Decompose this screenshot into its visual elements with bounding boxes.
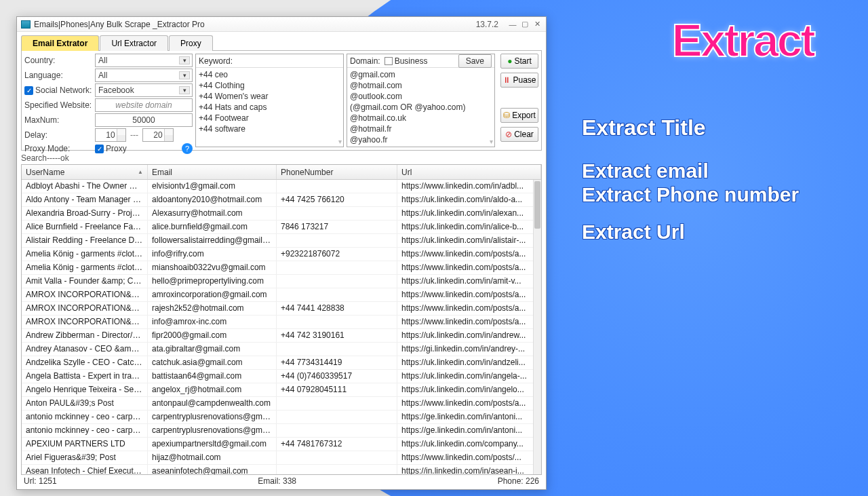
keyword-item[interactable]: +44 software xyxy=(199,123,340,134)
grid-scrollbar[interactable] xyxy=(533,180,541,474)
cell: https://www.linkedin.com/posts/a... xyxy=(397,248,541,261)
clear-icon: ⊘ xyxy=(505,130,512,139)
titlebar[interactable]: Emails|Phones|Any Bulk Scrape _Extractor… xyxy=(17,17,546,32)
table-row[interactable]: Amelia König - garments #clothin...info@… xyxy=(22,248,541,261)
domain-item[interactable]: @hotmail.com xyxy=(350,80,492,91)
action-column: ●Start ⏸Puase ⛁Export ⊘Clear xyxy=(500,54,538,147)
col-username[interactable]: UserName xyxy=(22,165,148,179)
table-row[interactable]: Alexandria Broad-Surry - Project ...Alex… xyxy=(22,207,541,221)
domain-listbox[interactable]: Domain: Business Save @gmail.com@hotmail… xyxy=(347,54,495,147)
cell: APEXIUM PARTNERS LTD xyxy=(22,438,148,451)
cell: Anton PAUL&#39;s Post xyxy=(22,397,148,410)
cell: https://uk.linkedin.com/in/angela-... xyxy=(397,370,541,383)
cell: +44 7441 428838 xyxy=(277,302,397,315)
table-row[interactable]: APEXIUM PARTNERS LTDapexiumpartnersltd@g… xyxy=(22,438,541,451)
table-row[interactable]: Angelo Henrique Teixeira - Senior ...ang… xyxy=(22,383,541,397)
keyword-listbox[interactable]: Keyword: +44 ceo+44 Clothing+44 Women's … xyxy=(195,54,344,147)
maximize-button[interactable]: ▢ xyxy=(520,20,530,29)
play-icon: ● xyxy=(507,56,512,66)
site-input[interactable]: website domain xyxy=(95,98,193,112)
save-button[interactable]: Save xyxy=(458,54,492,68)
social-select[interactable]: Facebook xyxy=(95,83,193,97)
keyword-item[interactable]: +44 ceo xyxy=(199,69,340,80)
table-row[interactable]: Angela Battista - Expert in traditio...b… xyxy=(22,370,541,383)
settings-panel: Country:All Language:All ✓Social Network… xyxy=(21,50,542,151)
table-row[interactable]: Amelia König - garments #clothin...mians… xyxy=(22,261,541,275)
table-row[interactable]: Andzelika Szylle - CEO - CatchAScatchuk.… xyxy=(22,356,541,370)
table-row[interactable]: AMROX INCORPORATION&#39;s...rajesh2k52@h… xyxy=(22,302,541,316)
table-row[interactable]: AMROX INCORPORATION&#39;s...info@amrox-i… xyxy=(22,316,541,329)
results-grid[interactable]: UserName Email PhoneNumber Url Adbloyt A… xyxy=(21,164,542,475)
col-url[interactable]: Url xyxy=(397,165,541,179)
col-email[interactable]: Email xyxy=(148,165,277,179)
export-button[interactable]: ⛁Export xyxy=(500,108,538,123)
pause-button[interactable]: ⏸Puase xyxy=(500,73,538,88)
tab-proxy[interactable]: Proxy xyxy=(169,35,213,51)
domain-item[interactable]: (@gmail.com OR @yahoo.com) xyxy=(350,102,492,113)
app-icon xyxy=(21,20,31,28)
cell: https://www.linkedin.com/posts/... xyxy=(397,451,541,464)
minimize-button[interactable]: — xyxy=(508,20,517,29)
pause-icon: ⏸ xyxy=(502,75,511,85)
table-row[interactable]: antonio mckinney - ceo - carpentr...carp… xyxy=(22,424,541,438)
keyword-item[interactable]: +44 Hats and caps xyxy=(199,102,340,113)
table-row[interactable]: Alistair Redding - Freelance DoP a...fol… xyxy=(22,234,541,248)
keyword-item[interactable]: +44 Clothing xyxy=(199,80,340,91)
keyword-item[interactable]: +44 Footwear xyxy=(199,113,340,123)
delay-sep: --- xyxy=(126,130,142,140)
tab-email-extractor[interactable]: Email Extrator xyxy=(21,35,99,51)
cell: 7846 173217 xyxy=(277,221,397,233)
cell: https://in.linkedin.com/in/asean-i... xyxy=(397,465,541,474)
version-label: 13.7.2 xyxy=(476,20,498,29)
table-row[interactable]: AMROX INCORPORATION&#39;s...amroxincorpo… xyxy=(22,288,541,302)
proxy-chk-label: Proxy xyxy=(106,144,127,153)
cell: angelox_rj@hotmail.com xyxy=(148,383,277,396)
table-row[interactable]: Ariel Figueras&#39; Posthijaz@hotmail.co… xyxy=(22,451,541,465)
table-row[interactable]: Asean Infotech - Chief Executive ...asea… xyxy=(22,465,541,474)
start-button[interactable]: ●Start xyxy=(500,54,538,69)
col-phone[interactable]: PhoneNumber xyxy=(277,165,397,179)
delay-min-spinner[interactable]: 10 xyxy=(95,128,126,142)
language-select[interactable]: All xyxy=(95,69,193,82)
table-row[interactable]: Aldo Antony - Team Manager - Li...aldoan… xyxy=(22,193,541,207)
domain-item[interactable]: @outlook.com xyxy=(350,91,492,102)
delay-max-spinner[interactable]: 20 xyxy=(142,128,174,142)
table-row[interactable]: Adbloyt Abashi - The Owner CEO:...elvisi… xyxy=(22,180,541,193)
site-label: Specified Website: xyxy=(24,100,95,110)
help-icon[interactable]: ? xyxy=(182,143,193,154)
cell: https://www.linkedin.com/posts/a... xyxy=(397,288,541,301)
business-checkbox[interactable] xyxy=(384,57,393,65)
maxnum-input[interactable]: 50000 xyxy=(95,113,193,127)
cell: Adbloyt Abashi - The Owner CEO:... xyxy=(22,180,148,193)
clear-button[interactable]: ⊘Clear xyxy=(500,127,538,142)
social-checkbox[interactable]: ✓ xyxy=(24,86,33,95)
cell: rajesh2k52@hotmail.com xyxy=(148,302,277,315)
cell: Alexasurry@hotmail.com xyxy=(148,207,277,220)
cell: fipr2000@gmail.com xyxy=(148,329,277,342)
table-row[interactable]: Amit Valla - Founder &amp; CEO ...hello@… xyxy=(22,275,541,288)
domain-item[interactable]: @hotmail.fr xyxy=(350,123,492,134)
cell xyxy=(277,288,397,301)
country-select[interactable]: All xyxy=(95,54,193,67)
maxnum-label: MaxNum: xyxy=(24,115,95,125)
table-row[interactable]: Alice Burnfield - Freelance Fashion...al… xyxy=(22,221,541,234)
table-row[interactable]: Andrey Atanasov - CEO &amp;Fo...ata.gibr… xyxy=(22,343,541,356)
proxy-checkbox[interactable]: ✓ xyxy=(95,145,104,153)
keyword-item[interactable]: +44 Women's wear xyxy=(199,91,340,102)
domain-item[interactable]: @hotmail.co.uk xyxy=(350,113,492,123)
domain-item[interactable]: @yahoo.fr xyxy=(350,134,492,145)
grid-header: UserName Email PhoneNumber Url xyxy=(22,165,541,180)
cell: +923221876072 xyxy=(277,248,397,261)
close-button[interactable]: ✕ xyxy=(532,20,542,29)
cell: antonio mckinney - ceo - carpentr... xyxy=(22,424,148,437)
table-row[interactable]: Andrew Zibberman - Director/CE...fipr200… xyxy=(22,329,541,343)
table-row[interactable]: antonio mckinney - ceo - carpentr...carp… xyxy=(22,411,541,424)
cell: antonpaul@campdenwealth.com xyxy=(148,397,277,410)
table-row[interactable]: Anton PAUL&#39;s Postantonpaul@campdenwe… xyxy=(22,397,541,411)
proxy-mode-label: Proxy Mode: xyxy=(24,144,95,153)
tab-url-extractor[interactable]: Url Extractor xyxy=(100,35,168,51)
cell: aldoantony2010@hotmail.com xyxy=(148,193,277,206)
scrollbar-thumb[interactable] xyxy=(534,181,540,229)
cell xyxy=(277,343,397,356)
domain-item[interactable]: @gmail.com xyxy=(350,69,492,80)
